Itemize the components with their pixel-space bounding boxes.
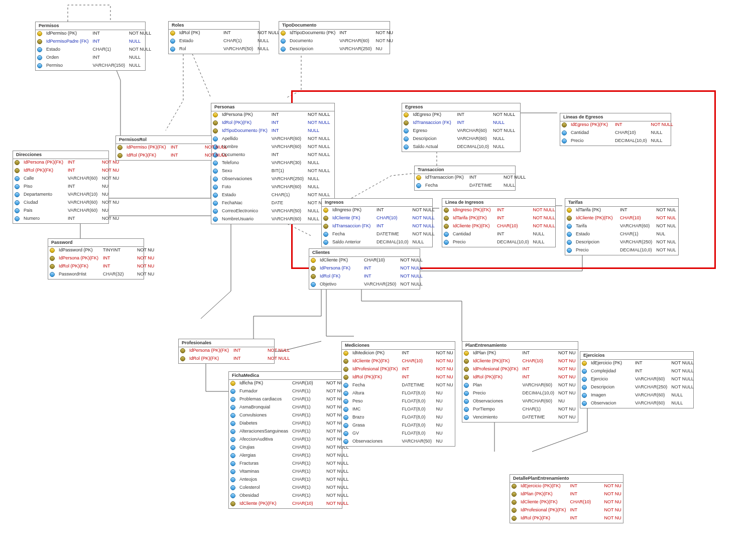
column-null: NOT NULL bbox=[306, 144, 335, 152]
table-personas[interactable]: Personas IdPersona (PK)INTNOT NULLIdRol … bbox=[211, 103, 335, 224]
column-icon bbox=[15, 208, 20, 213]
column-type: CHAR(10) bbox=[521, 358, 557, 366]
column-type: FLOAT(8,0) bbox=[400, 422, 434, 430]
column-null: NOT NU bbox=[602, 491, 632, 499]
column-name: AsmaBronquial bbox=[237, 404, 290, 412]
table-roles[interactable]: Roles IdRol (PK)INTNOT NULLEstadoCHAR(1)… bbox=[168, 21, 260, 54]
table-planentrenamiento[interactable]: PlanEntrenamiento IdPlan (PK)INTNOT NUId… bbox=[462, 341, 578, 423]
column-null: NOT NUL bbox=[654, 207, 683, 215]
column-name: Descripcion bbox=[288, 46, 337, 54]
column-null: NOT NULL bbox=[203, 152, 232, 160]
table-clientes[interactable]: Clientes IdCliente (PK)CHAR(10)NOT NULLI… bbox=[309, 248, 420, 290]
column-name: IdPermiso (PK)(FK) bbox=[124, 144, 169, 152]
column-type: VARCHAR(60) bbox=[455, 135, 491, 144]
table-direcciones[interactable]: Direcciones IdPersona (PK)(FK)INTNOT NUI… bbox=[13, 151, 109, 224]
column-null: NOT NU bbox=[374, 38, 403, 46]
column-name: Observacion bbox=[589, 400, 633, 408]
table-permisos[interactable]: Permisos IdPermiso (PK)INTNOT NULLIdPerm… bbox=[35, 22, 146, 71]
column-type: DATETIME bbox=[521, 414, 557, 422]
column-type: VARCHAR(60) bbox=[270, 216, 306, 224]
column-type: INT bbox=[495, 207, 531, 215]
column-name: Altura bbox=[350, 390, 400, 398]
column-type: FLOAT(8,0) bbox=[400, 406, 434, 414]
column-type: VARCHAR(60) bbox=[618, 223, 654, 231]
column-type: VARCHAR(60) bbox=[270, 144, 306, 152]
column-type: CHAR(1) bbox=[290, 388, 324, 396]
column-null: NOT NU bbox=[135, 271, 164, 279]
table-lineaingresos[interactable]: Linea de Ingresos IdIngreso (PK)(FK)INTN… bbox=[442, 198, 556, 247]
table-fichamedica[interactable]: FichaMedica Idficha (PK)CHAR(10)NOT NULL… bbox=[228, 371, 342, 509]
table-transaccion[interactable]: Transaccion IdTransaccion (PK)INTNOT NUL… bbox=[414, 166, 516, 191]
column-icon bbox=[15, 200, 20, 205]
column-row: IdPersona (PK)(FK)INTNOT NULL bbox=[179, 347, 295, 355]
column-name: Tarifa bbox=[574, 223, 618, 231]
column-icon bbox=[230, 437, 235, 442]
column-null: NOT NULL bbox=[266, 347, 295, 355]
table-tipodocumento[interactable]: TipoDocumento IdTipoDocumento (PK)INTNOT… bbox=[279, 21, 390, 54]
column-row: ObjetivoVARCHAR(250)NOT NULL bbox=[309, 281, 427, 289]
table-ingresos[interactable]: Ingresos IdIngreso (PK)INTNOT NULLIdClie… bbox=[321, 198, 433, 247]
column-row: PrecioDECIMAL(10,0)NOT NUL bbox=[565, 247, 683, 255]
table-egresos[interactable]: Egresos IdEgreso (PK)INTNOT NULLIdTransa… bbox=[402, 103, 521, 152]
column-null: NULL bbox=[306, 160, 335, 168]
column-null: NU bbox=[100, 183, 129, 191]
column-row: ObservacionesVARCHAR(250)NULL bbox=[211, 176, 335, 184]
column-row: IdEjercicio (PK)INTNOT NULL bbox=[580, 360, 698, 368]
column-row: IdRol (PK)(FK)INTNOT NU bbox=[462, 374, 585, 382]
table-detalleplanentrenamiento[interactable]: DetallePlanEntrenamiento IdEjercicio (PK… bbox=[510, 474, 623, 523]
table-mediciones[interactable]: Mediciones IdMedicion (PK)INTNOT NUIdCli… bbox=[341, 341, 455, 447]
column-null: NULL bbox=[649, 129, 678, 137]
column-null: NOT NU bbox=[135, 263, 164, 271]
column-row: FumadorCHAR(1)NOT NULL bbox=[229, 388, 353, 396]
column-type: INT bbox=[221, 30, 256, 38]
column-row: DiabetesCHAR(1)NOT NULL bbox=[229, 420, 353, 428]
column-name: Estado bbox=[220, 192, 270, 200]
column-null: NOT NU bbox=[434, 382, 463, 390]
column-name: IdProfesional (PK)(FK) bbox=[350, 366, 400, 374]
column-name: Fecha bbox=[423, 182, 467, 190]
column-icon bbox=[213, 161, 218, 166]
column-type: CHAR(1) bbox=[290, 412, 324, 420]
column-null: NULL bbox=[411, 239, 440, 247]
column-icon bbox=[404, 145, 409, 150]
column-null: NOT NULL bbox=[411, 223, 440, 231]
table-tarifas[interactable]: Tarifas IdTarifa (PK)INTNOT NULIdCliente… bbox=[565, 198, 679, 255]
column-type: DECIMAL(10,0) bbox=[495, 239, 531, 247]
column-null: NULL bbox=[491, 144, 520, 152]
column-icon bbox=[567, 208, 572, 213]
column-row: ObservacionesVARCHAR(60)NU bbox=[462, 398, 585, 406]
column-null: NOT NU bbox=[434, 374, 463, 382]
column-type: INT bbox=[270, 119, 306, 127]
table-ejercicios[interactable]: Ejercicios IdEjercicio (PK)INTNOT NULLCo… bbox=[580, 351, 694, 408]
column-name: IdRol (PK)(FK) bbox=[519, 515, 568, 523]
column-type: INT bbox=[568, 483, 602, 491]
column-type: CHAR(1) bbox=[290, 428, 324, 436]
column-row: DescripcionVARCHAR(60)NULL bbox=[402, 135, 520, 144]
column-name: Piso bbox=[22, 183, 66, 191]
column-row: Saldo ActualDECIMAL(10,0)NULL bbox=[402, 144, 520, 152]
column-name: Cantidad bbox=[451, 231, 495, 239]
column-name: IdTipoDocumento (PK) bbox=[288, 30, 337, 38]
column-type: CHAR(1) bbox=[521, 406, 557, 414]
column-icon bbox=[464, 351, 469, 356]
column-row: AlteracionesSanguineasCHAR(1)NOT NULL bbox=[229, 428, 353, 436]
table-profesionales[interactable]: Profesionales IdPersona (PK)(FK)INTNOT N… bbox=[178, 339, 275, 364]
column-icon bbox=[311, 258, 316, 263]
column-icon bbox=[343, 359, 348, 364]
column-null: NOT NULL bbox=[324, 460, 353, 468]
column-null: NOT NULL bbox=[411, 231, 440, 239]
column-icon bbox=[323, 232, 328, 237]
column-row: DepartamentoVARCHAR(10)NU bbox=[13, 191, 129, 199]
column-icon bbox=[323, 208, 328, 213]
table-password[interactable]: Password IdPassword (PK)TINYINTNOT NUIdP… bbox=[48, 238, 144, 279]
column-null: NOT NU bbox=[100, 167, 129, 175]
column-name: IdPermisoPadre (FK) bbox=[44, 38, 91, 46]
column-row: BrazoFLOAT(8,0)NU bbox=[342, 414, 463, 422]
table-permisosrol[interactable]: PermisosRol IdPermiso (PK)(FK)INTNOT NUL… bbox=[115, 135, 212, 161]
column-name: Precio bbox=[471, 390, 521, 398]
column-icon bbox=[230, 405, 235, 410]
column-icon bbox=[343, 399, 348, 404]
column-icon bbox=[323, 224, 328, 229]
column-null: NOT NULL bbox=[398, 273, 427, 281]
table-lineasegresos[interactable]: Lineas de Egresos IdEgreso (PK)(FK)INTNO… bbox=[560, 113, 671, 146]
